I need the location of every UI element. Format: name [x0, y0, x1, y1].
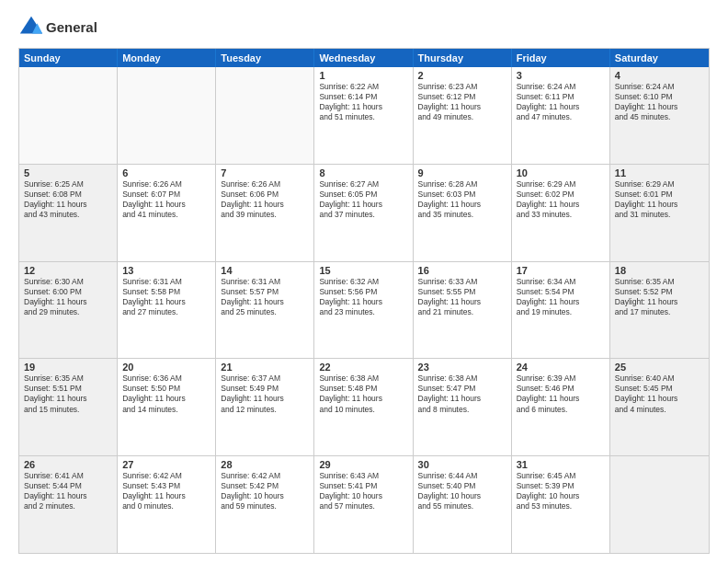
calendar-cell: 28Sunrise: 6:42 AMSunset: 5:42 PMDayligh…: [216, 456, 314, 553]
logo-text: General: [46, 20, 97, 36]
day-number: 28: [221, 459, 309, 470]
calendar-cell: 23Sunrise: 6:38 AMSunset: 5:47 PMDayligh…: [414, 359, 512, 455]
cell-line: Daylight: 11 hours: [24, 200, 112, 210]
cell-line: Sunset: 5:52 PM: [615, 287, 704, 297]
cell-line: Sunset: 6:11 PM: [517, 92, 605, 102]
cell-line: and 37 minutes.: [319, 210, 407, 220]
cell-line: Sunset: 5:39 PM: [517, 481, 605, 491]
day-number: 1: [319, 70, 407, 81]
cell-line: Daylight: 11 hours: [615, 297, 704, 307]
cell-line: Daylight: 11 hours: [319, 297, 407, 307]
cell-line: Sunrise: 6:45 AM: [517, 471, 605, 481]
cell-line: Daylight: 11 hours: [615, 102, 704, 112]
cell-line: Sunrise: 6:37 AM: [221, 373, 309, 384]
cell-line: Daylight: 10 hours: [418, 491, 506, 501]
cell-line: Daylight: 11 hours: [24, 297, 112, 307]
cell-line: Daylight: 11 hours: [122, 491, 210, 501]
cell-line: Sunrise: 6:36 AM: [122, 373, 210, 384]
calendar-cell: 6Sunrise: 6:26 AMSunset: 6:07 PMDaylight…: [118, 165, 216, 261]
calendar-cell: 7Sunrise: 6:26 AMSunset: 6:06 PMDaylight…: [216, 165, 314, 261]
weekday-header-sunday: Sunday: [19, 49, 118, 67]
cell-line: and 35 minutes.: [418, 210, 506, 220]
cell-line: Daylight: 11 hours: [319, 394, 407, 404]
cell-line: Sunrise: 6:29 AM: [517, 179, 605, 190]
cell-line: Sunset: 5:50 PM: [122, 384, 210, 394]
cell-line: and 4 minutes.: [615, 405, 704, 415]
cell-line: Sunset: 5:48 PM: [319, 384, 407, 394]
day-number: 19: [24, 362, 112, 373]
calendar-cell: 11Sunrise: 6:29 AMSunset: 6:01 PMDayligh…: [610, 165, 709, 261]
cell-line: Sunrise: 6:25 AM: [24, 179, 112, 190]
cell-line: Daylight: 11 hours: [319, 102, 407, 112]
calendar-cell: 10Sunrise: 6:29 AMSunset: 6:02 PMDayligh…: [512, 165, 610, 261]
cell-line: and 17 minutes.: [615, 307, 704, 317]
cell-line: Sunset: 5:40 PM: [418, 481, 506, 491]
calendar-cell: 20Sunrise: 6:36 AMSunset: 5:50 PMDayligh…: [118, 359, 216, 455]
cell-line: Sunset: 6:12 PM: [418, 92, 506, 102]
cell-line: Sunrise: 6:42 AM: [122, 471, 210, 481]
day-number: 20: [122, 362, 210, 373]
cell-line: Sunset: 5:45 PM: [615, 384, 704, 394]
cell-line: Sunset: 5:44 PM: [24, 481, 112, 491]
calendar-cell: 8Sunrise: 6:27 AMSunset: 6:05 PMDaylight…: [314, 165, 413, 261]
weekday-header-wednesday: Wednesday: [314, 49, 413, 67]
cell-line: Daylight: 11 hours: [418, 102, 506, 112]
cell-line: Sunrise: 6:44 AM: [418, 471, 506, 481]
calendar-row-0: 1Sunrise: 6:22 AMSunset: 6:14 PMDaylight…: [19, 67, 709, 165]
day-number: 17: [517, 265, 605, 276]
cell-line: Daylight: 11 hours: [517, 102, 605, 112]
cell-line: Sunset: 6:10 PM: [615, 92, 704, 102]
cell-line: Sunrise: 6:38 AM: [418, 373, 506, 384]
cell-line: Sunrise: 6:26 AM: [221, 179, 309, 190]
cell-line: Sunrise: 6:34 AM: [517, 277, 605, 287]
day-number: 25: [615, 362, 704, 373]
day-number: 8: [319, 167, 407, 178]
calendar-cell: 1Sunrise: 6:22 AMSunset: 6:14 PMDaylight…: [314, 67, 413, 164]
page: General SundayMondayTuesdayWednesdayThur…: [0, 0, 728, 563]
calendar-cell: 3Sunrise: 6:24 AMSunset: 6:11 PMDaylight…: [512, 67, 610, 164]
calendar-header: SundayMondayTuesdayWednesdayThursdayFrid…: [19, 49, 709, 67]
calendar-cell: 16Sunrise: 6:33 AMSunset: 5:55 PMDayligh…: [414, 262, 512, 359]
cell-line: and 33 minutes.: [517, 210, 605, 220]
day-number: 13: [122, 265, 210, 276]
cell-line: Sunrise: 6:43 AM: [319, 471, 407, 481]
cell-line: Sunrise: 6:30 AM: [24, 277, 112, 287]
cell-line: Sunset: 6:05 PM: [319, 190, 407, 200]
day-number: 7: [221, 167, 309, 178]
calendar-cell: [216, 67, 314, 164]
cell-line: Sunset: 5:49 PM: [221, 384, 309, 394]
calendar-cell: 9Sunrise: 6:28 AMSunset: 6:03 PMDaylight…: [414, 165, 512, 261]
cell-line: Daylight: 11 hours: [122, 394, 210, 404]
cell-line: Sunset: 5:55 PM: [418, 287, 506, 297]
cell-line: and 57 minutes.: [319, 501, 407, 511]
cell-line: Sunset: 5:57 PM: [221, 287, 309, 297]
calendar-cell: [19, 67, 118, 164]
calendar-cell: [610, 456, 709, 553]
day-number: 30: [418, 459, 506, 470]
cell-line: Daylight: 11 hours: [319, 200, 407, 210]
cell-line: Daylight: 11 hours: [221, 394, 309, 404]
calendar-cell: 13Sunrise: 6:31 AMSunset: 5:58 PMDayligh…: [118, 262, 216, 359]
weekday-header-saturday: Saturday: [610, 49, 709, 67]
cell-line: and 29 minutes.: [24, 307, 112, 317]
calendar-cell: 31Sunrise: 6:45 AMSunset: 5:39 PMDayligh…: [512, 456, 610, 553]
cell-line: Daylight: 11 hours: [122, 200, 210, 210]
cell-line: Sunrise: 6:22 AM: [319, 82, 407, 92]
cell-line: Daylight: 11 hours: [517, 297, 605, 307]
cell-line: Sunset: 5:42 PM: [221, 481, 309, 491]
day-number: 11: [615, 167, 704, 178]
cell-line: Daylight: 11 hours: [517, 200, 605, 210]
cell-line: Daylight: 11 hours: [615, 200, 704, 210]
cell-line: Sunrise: 6:23 AM: [418, 82, 506, 92]
day-number: 27: [122, 459, 210, 470]
cell-line: Sunset: 5:47 PM: [418, 384, 506, 394]
calendar-row-2: 12Sunrise: 6:30 AMSunset: 6:00 PMDayligh…: [19, 262, 709, 360]
calendar-cell: 4Sunrise: 6:24 AMSunset: 6:10 PMDaylight…: [610, 67, 709, 164]
cell-line: and 51 minutes.: [319, 112, 407, 122]
cell-line: Sunset: 5:43 PM: [122, 481, 210, 491]
cell-line: Daylight: 11 hours: [122, 297, 210, 307]
calendar-cell: 30Sunrise: 6:44 AMSunset: 5:40 PMDayligh…: [414, 456, 512, 553]
calendar-row-1: 5Sunrise: 6:25 AMSunset: 6:08 PMDaylight…: [19, 165, 709, 262]
weekday-header-monday: Monday: [118, 49, 216, 67]
cell-line: Daylight: 10 hours: [517, 491, 605, 501]
